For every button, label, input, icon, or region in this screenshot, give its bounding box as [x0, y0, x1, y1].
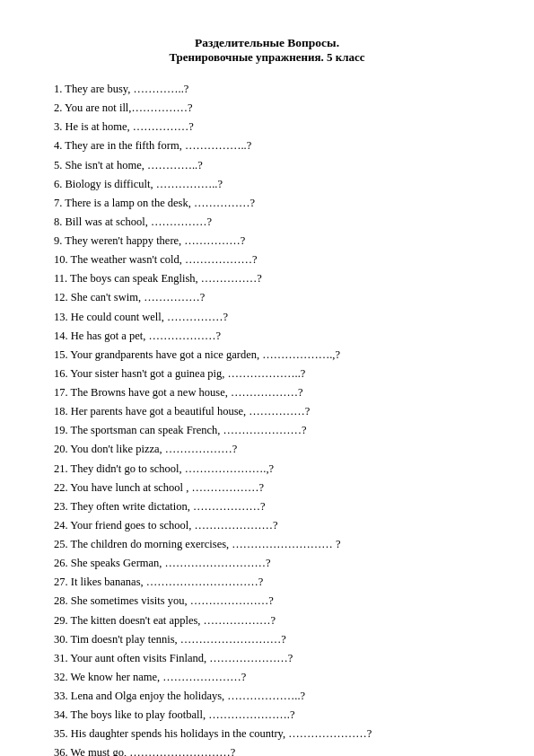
list-item: 27. It likes bananas, …………………………? [54, 574, 480, 590]
list-item: 3. He is at home, ……………? [54, 119, 480, 135]
list-item: 13. He could count well, ……………? [54, 309, 480, 325]
list-item: 2. You are not ill,……………? [54, 100, 480, 116]
list-item: 21. They didn't go to school, ………………….,? [54, 461, 480, 477]
list-item: 9. They weren't happy there, ……………? [54, 233, 480, 249]
page-header: Разделительные Вопросы. Тренировочные уп… [54, 36, 480, 65]
list-item: 5. She isn't at home, …………..? [54, 157, 480, 173]
list-item: 24. Your friend goes to school, …………………? [54, 517, 480, 533]
list-item: 4. They are in the fifth form, ……………..? [54, 137, 480, 154]
list-item: 22. You have lunch at school , ………………? [54, 479, 480, 496]
list-item: 7. There is a lamp on the desk, ……………? [54, 195, 480, 211]
list-item: 10. The weather wasn't cold, ………………? [54, 251, 480, 268]
list-item: 28. She sometimes visits you, …………………? [54, 593, 480, 609]
header-title: Разделительные Вопросы. [54, 36, 480, 50]
list-item: 16. Your sister hasn't got a guinea pig,… [54, 365, 480, 382]
list-item: 23. They often write dictation, ………………? [54, 498, 480, 514]
list-item: 26. She speaks German, ………………………? [54, 555, 480, 571]
list-item: 35. His daughter spends his holidays in … [54, 725, 480, 742]
list-item: 30. Tim doesn't play tennis, ………………………? [54, 631, 480, 647]
list-item: 29. The kitten doesn't eat apples, ……………… [54, 612, 480, 629]
list-item: 36. We must go, ………………………? [54, 744, 480, 756]
list-item: 32. We know her name, …………………? [54, 669, 480, 685]
list-item: 12. She can't swim, ……………? [54, 289, 480, 305]
list-item: 15. Your grandparents have got a nice ga… [54, 347, 480, 363]
list-item: 33. Lena and Olga enjoy the holidays, ……… [54, 688, 480, 704]
list-item: 1. They are busy, …………..? [54, 81, 480, 97]
list-item: 31. Your aunt often visits Finland, …………… [54, 650, 480, 666]
list-item: 14. He has got a pet, ………………? [54, 328, 480, 344]
list-item: 19. The sportsman can speak French, …………… [54, 422, 480, 438]
list-item: 6. Biology is difficult, ……………..? [54, 176, 480, 192]
list-item: 8. Bill was at school, ……………? [54, 214, 480, 230]
list-item: 11. The boys can speak English, ……………? [54, 270, 480, 286]
list-item: 20. You don't like pizza, ………………? [54, 441, 480, 457]
exercise-list: 1. They are busy, …………..?2. You are not … [54, 81, 480, 756]
header-subtitle: Тренировочные упражнения. 5 класс [54, 50, 480, 65]
list-item: 18. Her parents have got a beautiful hou… [54, 403, 480, 419]
list-item: 17. The Browns have got a new house, ………… [54, 384, 480, 400]
list-item: 25. The children do morning exercises, …… [54, 536, 480, 552]
list-item: 34. The boys like to play football, …………… [54, 707, 480, 723]
